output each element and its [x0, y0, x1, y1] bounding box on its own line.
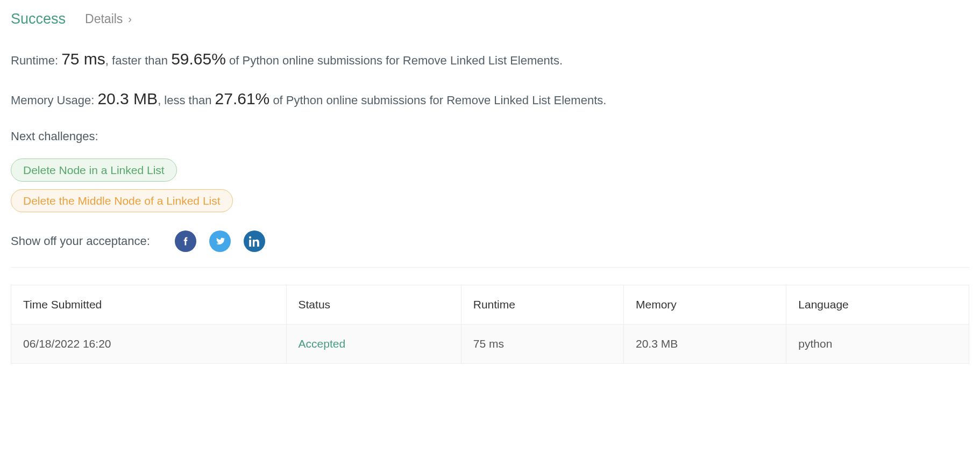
- memory-label: Memory Usage:: [11, 93, 97, 107]
- result-header: Success Details ›: [11, 11, 969, 27]
- table-header-row: Time Submitted Status Runtime Memory Lan…: [11, 285, 969, 325]
- col-language: Language: [786, 285, 969, 325]
- runtime-line: Runtime: 75 ms, faster than 59.65% of Py…: [11, 50, 969, 68]
- cell-time: 06/18/2022 16:20: [11, 325, 287, 364]
- cell-status: Accepted: [286, 325, 461, 364]
- status-accepted-link[interactable]: Accepted: [299, 337, 346, 350]
- social-icons: [175, 230, 265, 252]
- cell-language: python: [786, 325, 969, 364]
- twitter-icon[interactable]: [209, 230, 231, 252]
- next-challenges-label: Next challenges:: [11, 129, 969, 143]
- runtime-percent: 59.65%: [171, 50, 226, 68]
- col-runtime: Runtime: [461, 285, 623, 325]
- memory-value: 20.3 MB: [97, 90, 158, 107]
- linkedin-icon[interactable]: [244, 230, 265, 252]
- runtime-tail: of Python online submissions for Remove …: [226, 54, 563, 67]
- submissions-table: Time Submitted Status Runtime Memory Lan…: [11, 285, 969, 364]
- challenge-pill[interactable]: Delete the Middle Node of a Linked List: [11, 189, 233, 212]
- challenge-pill[interactable]: Delete Node in a Linked List: [11, 159, 177, 182]
- table-row: 06/18/2022 16:20 Accepted 75 ms 20.3 MB …: [11, 325, 969, 364]
- share-row: Show off your acceptance:: [11, 230, 969, 252]
- col-time: Time Submitted: [11, 285, 287, 325]
- runtime-value: 75 ms: [61, 50, 105, 68]
- challenges-list: Delete Node in a Linked List Delete the …: [11, 159, 969, 212]
- chevron-right-icon: ›: [128, 13, 132, 25]
- status-title: Success: [11, 11, 66, 27]
- memory-percent: 27.61%: [215, 90, 270, 107]
- col-memory: Memory: [624, 285, 786, 325]
- cell-runtime: 75 ms: [461, 325, 623, 364]
- share-label: Show off your acceptance:: [11, 234, 150, 248]
- divider: [11, 267, 969, 268]
- facebook-icon[interactable]: [175, 230, 196, 252]
- cell-memory: 20.3 MB: [624, 325, 786, 364]
- memory-sep: , less than: [158, 93, 215, 107]
- runtime-sep: , faster than: [105, 54, 171, 67]
- memory-tail: of Python online submissions for Remove …: [269, 93, 606, 107]
- runtime-label: Runtime:: [11, 54, 61, 67]
- memory-line: Memory Usage: 20.3 MB, less than 27.61% …: [11, 90, 969, 108]
- details-link[interactable]: Details ›: [85, 12, 132, 26]
- col-status: Status: [286, 285, 461, 325]
- details-label: Details: [85, 12, 123, 26]
